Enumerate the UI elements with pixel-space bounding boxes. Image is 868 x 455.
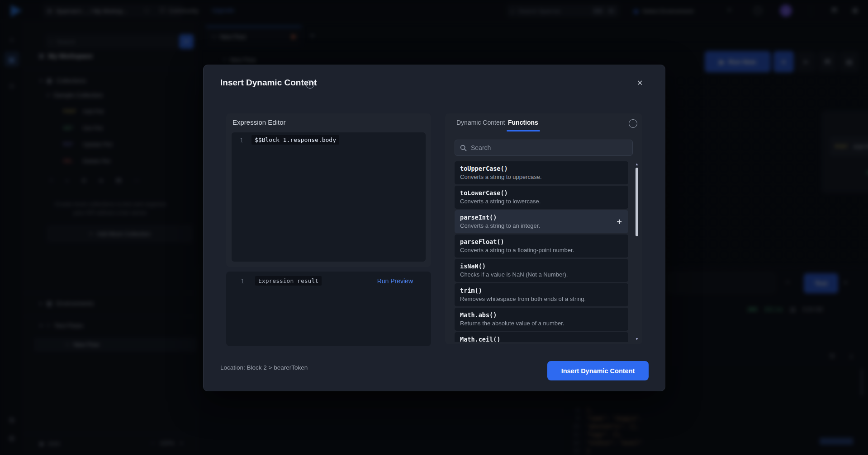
content-picker-panel: Dynamic Content Functions i toUpperCase(… [445, 113, 642, 344]
tab-dynamic-content[interactable]: Dynamic Content [456, 119, 505, 126]
function-item[interactable]: trim() Removes whitespace from both ends… [455, 283, 628, 306]
expression-editor-panel: Expression Editor 1 $$Block_1.response.b… [226, 113, 431, 267]
expression-result-panel: 1 Expression result Run Preview [226, 272, 431, 346]
search-icon [460, 145, 467, 151]
result-placeholder: Expression result [255, 276, 322, 286]
scroll-up-icon[interactable]: ▲ [635, 162, 639, 166]
tab-functions[interactable]: Functions [508, 119, 538, 126]
modal-title: Insert Dynamic Content [220, 78, 317, 88]
function-list-scrollbar[interactable]: ▲ ▼ [635, 162, 639, 341]
function-item[interactable]: toLowerCase() Converts a string to lower… [455, 186, 628, 209]
app-window: ⊞ Sparrow's ... / My Worksp... ☆ 🗩 Commu… [0, 0, 868, 455]
function-list: toUpperCase() Converts a string to upper… [455, 161, 628, 342]
run-preview-link[interactable]: Run Preview [377, 277, 413, 285]
function-item[interactable]: isNaN() Checks if a value is NaN (Not a … [455, 259, 628, 282]
location-label: Location: Block 2 > bearerToken [220, 364, 308, 371]
function-item[interactable]: Math.ceil() [455, 332, 628, 342]
add-function-icon[interactable]: + [617, 217, 622, 227]
insert-dynamic-content-button[interactable]: Insert Dynamic Content [547, 361, 649, 380]
scroll-down-icon[interactable]: ▼ [635, 337, 639, 341]
info-icon[interactable]: i [629, 119, 637, 128]
function-item-hovered[interactable]: parseInt() Converts a string to an integ… [455, 210, 628, 233]
expression-code-area[interactable]: 1 $$Block_1.response.body [232, 132, 426, 262]
help-icon[interactable]: ? [306, 80, 314, 89]
insert-dynamic-content-modal: Insert Dynamic Content ? ✕ Expression Ed… [203, 65, 665, 391]
active-tab-underline [507, 130, 540, 131]
function-search[interactable] [455, 140, 633, 156]
line-number: 1 [226, 278, 259, 285]
line-number: 1 [232, 137, 251, 144]
expression-code[interactable]: $$Block_1.response.body [251, 135, 339, 145]
function-search-input[interactable] [471, 144, 620, 151]
function-item[interactable]: parseFloat() Converts a string to a floa… [455, 235, 628, 258]
function-item[interactable]: Math.abs() Returns the absolute value of… [455, 308, 628, 331]
expression-editor-label: Expression Editor [232, 118, 286, 126]
function-item[interactable]: toUpperCase() Converts a string to upper… [455, 161, 628, 184]
scrollbar-thumb[interactable] [636, 168, 638, 236]
close-icon[interactable]: ✕ [637, 79, 643, 87]
